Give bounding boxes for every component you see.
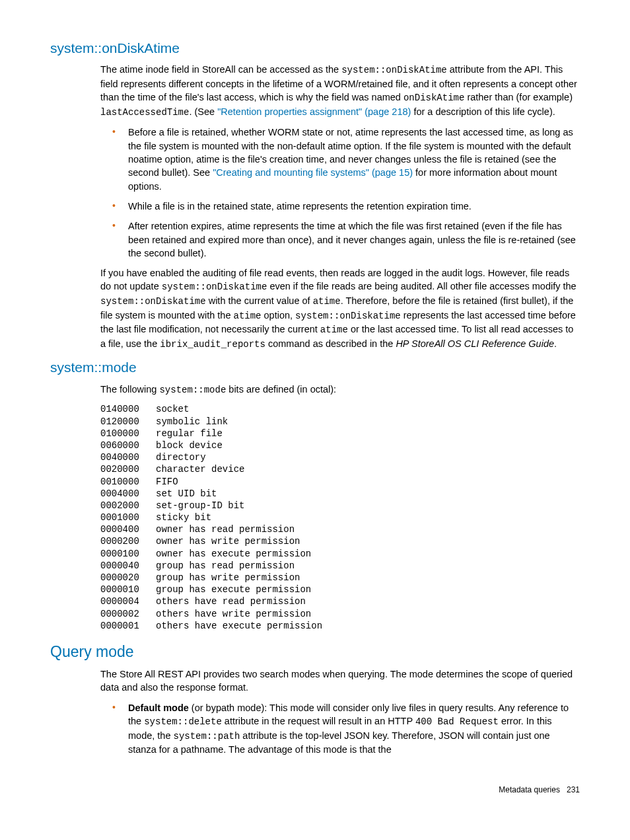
footer-label: Metadata queries	[499, 785, 560, 794]
paragraph: The atime inode field in StoreAll can be…	[100, 63, 580, 119]
text: . (See	[189, 106, 217, 117]
section-heading-systemmode: system::mode	[50, 358, 580, 377]
code-text: system::onDiskAtime	[341, 65, 447, 75]
bold-text: Default mode	[128, 703, 189, 713]
section-heading-ondiskatime: system::onDiskAtime	[50, 38, 580, 57]
text: The following	[100, 384, 159, 395]
list-item: While a file is in the retained state, a…	[116, 200, 580, 213]
paragraph: The Store All REST API provides two sear…	[100, 668, 580, 695]
list-item: Default mode (or bypath mode): This mode…	[116, 701, 580, 757]
text: The atime inode field in StoreAll can be…	[100, 64, 341, 75]
text: with the current value of	[206, 295, 313, 306]
mode-bits-table: 0140000 socket 0120000 symbolic link 010…	[100, 403, 580, 632]
text: command as described in the	[265, 338, 396, 349]
text: rather than (for example)	[464, 92, 573, 102]
code-text: lastAccessedTime	[100, 107, 189, 118]
italic-text: HP StoreAll OS CLI Reference Guide	[396, 338, 554, 349]
text: attribute in the request will result in …	[222, 716, 415, 726]
link-creating-mounting[interactable]: "Creating and mounting file systems" (pa…	[213, 167, 413, 178]
code-text: system::path	[174, 731, 240, 742]
code-text: system::delete	[144, 716, 222, 727]
code-text: system::onDiskatime	[295, 311, 401, 321]
list-item: After retention expires, atime represent…	[116, 219, 580, 260]
text: .	[554, 338, 557, 349]
code-text: atime	[233, 311, 261, 321]
paragraph: If you have enabled the auditing of file…	[100, 266, 580, 351]
code-text: system::onDiskatime	[100, 296, 206, 307]
bullet-list: Before a file is retained, whether WORM …	[100, 126, 580, 260]
text: bits are defined (in octal):	[226, 384, 336, 395]
paragraph: The following system::mode bits are defi…	[100, 383, 580, 397]
text: for a description of this life cycle).	[411, 106, 555, 117]
section-heading-querymode: Query mode	[50, 641, 580, 662]
link-retention-properties[interactable]: "Retention properties assignment" (page …	[217, 106, 411, 117]
page-footer: Metadata queries 231	[50, 784, 580, 796]
list-item: Before a file is retained, whether WORM …	[116, 126, 580, 192]
code-text: system::onDiskatime	[162, 282, 267, 292]
code-text: system::mode	[159, 385, 226, 395]
code-text: ibrix_audit_reports	[160, 339, 265, 350]
code-text: onDiskAtime	[403, 93, 464, 103]
code-text: atime	[313, 296, 341, 307]
text: option,	[262, 310, 296, 321]
code-text: atime	[320, 325, 348, 335]
text: even if the file reads are being audited…	[267, 281, 576, 291]
code-text: 400 Bad Request	[415, 716, 499, 727]
bullet-list: Default mode (or bypath mode): This mode…	[100, 701, 580, 757]
page-number: 231	[567, 785, 580, 794]
